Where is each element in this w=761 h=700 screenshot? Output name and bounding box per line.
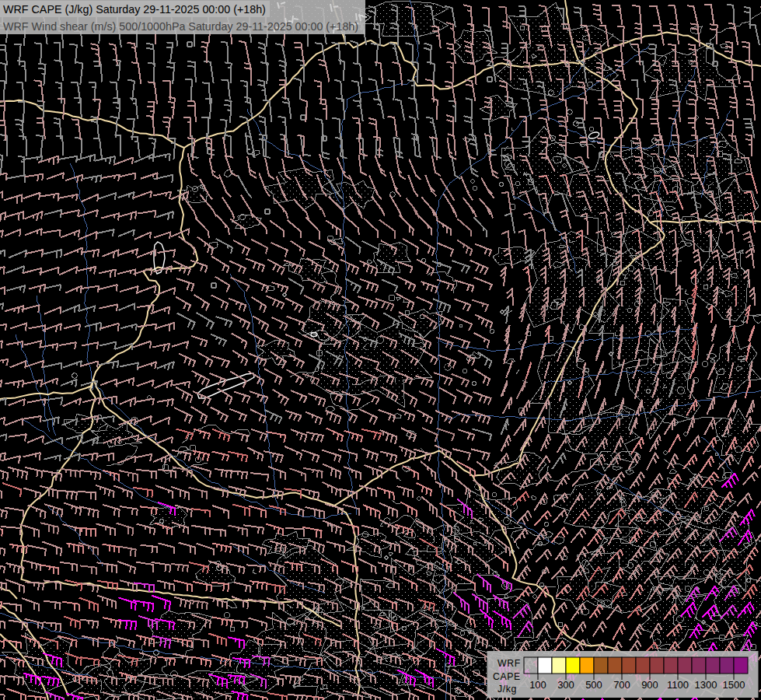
svg-text:WRF CAPE (J/kg) Saturday 29-11: WRF CAPE (J/kg) Saturday 29-11-2025 00:0… [3, 3, 266, 16]
svg-text:1100: 1100 [667, 679, 689, 691]
svg-text:1500: 1500 [723, 679, 745, 691]
svg-text:J/kg: J/kg [497, 684, 517, 695]
svg-text:WRF: WRF [497, 658, 521, 669]
svg-text:500: 500 [585, 679, 602, 691]
svg-text:WRF Wind shear (m/s) 500/1000h: WRF Wind shear (m/s) 500/1000hPa Saturda… [3, 20, 358, 33]
svg-text:700: 700 [613, 679, 630, 691]
svg-text:100: 100 [529, 679, 546, 691]
svg-text:300: 300 [557, 679, 574, 691]
svg-text:CAPE: CAPE [493, 671, 521, 682]
svg-text:1300: 1300 [695, 679, 717, 691]
svg-text:900: 900 [641, 679, 658, 691]
